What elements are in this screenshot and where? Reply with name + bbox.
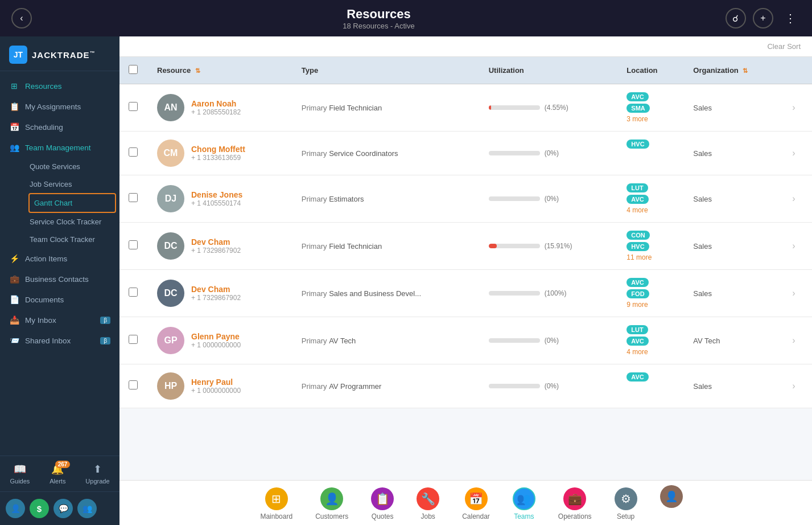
more-button[interactable]: ⋮ xyxy=(780,8,801,28)
utilization-bar xyxy=(489,384,540,388)
sidebar-item-scheduling[interactable]: 📅 Scheduling xyxy=(0,117,119,137)
chat-icon-btn[interactable]: 💬 xyxy=(53,499,73,518)
table-container: Resource ⇅ Type Utilization Location Org… xyxy=(119,57,812,480)
user-avatar-icon: 👤 xyxy=(665,490,678,503)
resource-cell: DC Dev Cham + 1 7329867902 xyxy=(148,223,292,270)
resource-name[interactable]: Aaron Noah xyxy=(191,99,241,108)
sidebar-logo: JT JACKTRADE™ xyxy=(0,36,119,71)
main-layout: JT JACKTRADE™ ⊞ Resources 📋 My Assignmen… xyxy=(0,36,812,525)
add-button[interactable]: + xyxy=(753,8,773,28)
row-checkbox[interactable] xyxy=(129,102,138,111)
header-utilization: Utilization xyxy=(480,57,618,84)
type-cell: Primary Field Technician xyxy=(292,84,480,132)
org-sort-icon[interactable]: ⇅ xyxy=(743,67,748,74)
resource-cell: CM Chong Moffett + 1 3133613659 xyxy=(148,132,292,175)
nav-item-calendar[interactable]: 📅 Calendar xyxy=(451,485,501,523)
nav-item-customers[interactable]: 👤 Customers xyxy=(304,485,360,523)
more-locations-link[interactable]: 3 more xyxy=(626,115,675,123)
header-location: Location xyxy=(617,57,684,84)
resource-name[interactable]: Dev Cham xyxy=(191,285,241,294)
row-checkbox[interactable] xyxy=(129,147,138,157)
sidebar-bottom-upgrade[interactable]: ⬆ Upgrade xyxy=(85,463,109,485)
sidebar-item-resources[interactable]: ⊞ Resources xyxy=(0,76,119,96)
bottom-nav: ⊞ Mainboard 👤 Customers 📋 Quotes 🔧 xyxy=(119,480,812,525)
sidebar-bottom-alerts[interactable]: 267 🔔 Alerts xyxy=(50,463,65,485)
organization-cell: Sales xyxy=(684,270,783,317)
row-chevron[interactable]: › xyxy=(783,132,812,175)
sidebar-item-team-clock[interactable]: Team Clock Tracker xyxy=(25,231,119,248)
search-button[interactable]: ☌ xyxy=(726,8,746,28)
resources-table: Resource ⇅ Type Utilization Location Org… xyxy=(119,57,812,408)
resource-name[interactable]: Denise Jones xyxy=(191,190,242,199)
row-chevron[interactable]: › xyxy=(783,270,812,317)
location-tag: HVC xyxy=(626,140,649,149)
type-cell: Primary Estimators xyxy=(292,175,480,223)
sidebar-item-my-assignments[interactable]: 📋 My Assignments xyxy=(0,96,119,117)
nav-item-jobs[interactable]: 🔧 Jobs xyxy=(405,485,451,523)
nav-item-operations[interactable]: 💼 Operations xyxy=(547,485,603,523)
sidebar-item-documents[interactable]: 📄 Documents xyxy=(0,289,119,310)
sidebar-item-job-services[interactable]: Job Services xyxy=(25,175,119,193)
user-profile-icon[interactable]: 👤 xyxy=(6,499,25,518)
resource-name[interactable]: Dev Cham xyxy=(191,237,241,247)
sidebar-item-team-management[interactable]: 👥 Team Management xyxy=(0,137,119,158)
table-row: DC Dev Cham + 1 7329867902 Primary Sales… xyxy=(119,270,812,317)
location-cell: HVC xyxy=(617,132,684,157)
utilization-bar xyxy=(489,105,540,110)
sidebar-item-quote-services[interactable]: Quote Services xyxy=(25,158,119,175)
team-icon: 👥 xyxy=(9,143,19,152)
resources-icon: ⊞ xyxy=(9,81,19,91)
clear-sort-button[interactable]: Clear Sort xyxy=(767,42,801,51)
assignments-icon: 📋 xyxy=(9,102,19,111)
row-checkbox[interactable] xyxy=(129,240,138,249)
row-chevron[interactable]: › xyxy=(783,84,812,132)
resource-name[interactable]: Glenn Payne xyxy=(191,332,241,341)
utilization-bar xyxy=(489,338,540,343)
sidebar-item-action-items[interactable]: ⚡ Action Items xyxy=(0,248,119,269)
row-checkbox[interactable] xyxy=(129,380,138,389)
sidebar-item-business-contacts[interactable]: 💼 Business Contacts xyxy=(0,269,119,289)
more-locations-link[interactable]: 9 more xyxy=(626,301,675,309)
chevron-right-icon: › xyxy=(792,288,795,298)
dollar-icon-btn[interactable]: $ xyxy=(30,499,49,518)
sidebar-bottom-guides[interactable]: 📖 Guides xyxy=(10,463,30,485)
row-checkbox[interactable] xyxy=(129,193,138,202)
row-chevron[interactable]: › xyxy=(783,223,812,270)
nav-item-quotes[interactable]: 📋 Quotes xyxy=(360,485,405,523)
utilization-text: (4.55%) xyxy=(545,104,568,112)
select-all-checkbox[interactable] xyxy=(129,65,138,74)
sidebar-item-shared-inbox[interactable]: 📨 Shared Inbox β xyxy=(0,330,119,351)
user-avatar-nav[interactable]: 👤 xyxy=(660,485,683,523)
row-chevron[interactable]: › xyxy=(783,175,812,223)
row-checkbox[interactable] xyxy=(129,335,138,344)
utilization-text: (0%) xyxy=(545,195,559,203)
nav-item-teams[interactable]: 👥 Teams xyxy=(501,485,547,523)
content-area: Clear Sort Resource ⇅ Type Utilization xyxy=(119,36,812,525)
nav-item-setup[interactable]: ⚙ Setup xyxy=(603,485,649,523)
row-checkbox[interactable] xyxy=(129,288,138,297)
row-chevron[interactable]: › xyxy=(783,317,812,364)
header-organization: Organization ⇅ xyxy=(684,57,783,84)
resource-name[interactable]: Chong Moffett xyxy=(191,145,245,154)
avatar: HP xyxy=(157,372,184,400)
back-button[interactable]: ‹ xyxy=(11,8,32,28)
resource-sort-icon[interactable]: ⇅ xyxy=(195,67,200,74)
more-locations-link[interactable]: 4 more xyxy=(626,206,675,214)
row-chevron[interactable]: › xyxy=(783,364,812,408)
location-cell: CONHVC11 more xyxy=(617,223,684,269)
team-icon-btn[interactable]: 👥 xyxy=(77,499,97,518)
more-locations-link[interactable]: 11 more xyxy=(626,253,675,261)
sidebar-item-service-clock[interactable]: Service Clock Tracker xyxy=(25,213,119,231)
mainboard-icon: ⊞ xyxy=(265,487,288,510)
resource-name[interactable]: Henry Paul xyxy=(191,378,241,387)
quotes-icon: 📋 xyxy=(371,487,394,510)
table-row: AN Aaron Noah + 1 2085550182 Primary Fie… xyxy=(119,84,812,132)
table-header: Resource ⇅ Type Utilization Location Org… xyxy=(119,57,812,84)
nav-item-mainboard[interactable]: ⊞ Mainboard xyxy=(249,485,304,523)
sidebar-item-gantt-chart[interactable]: Gantt Chart xyxy=(28,193,116,213)
page-title: Resources xyxy=(343,7,414,22)
top-bar: ‹ Resources 18 Resources - Active ☌ + ⋮ xyxy=(0,0,812,36)
table-row: HP Henry Paul + 1 0000000000 Primary AV … xyxy=(119,364,812,408)
sidebar-item-my-inbox[interactable]: 📥 My Inbox β xyxy=(0,310,119,330)
more-locations-link[interactable]: 4 more xyxy=(626,348,675,356)
